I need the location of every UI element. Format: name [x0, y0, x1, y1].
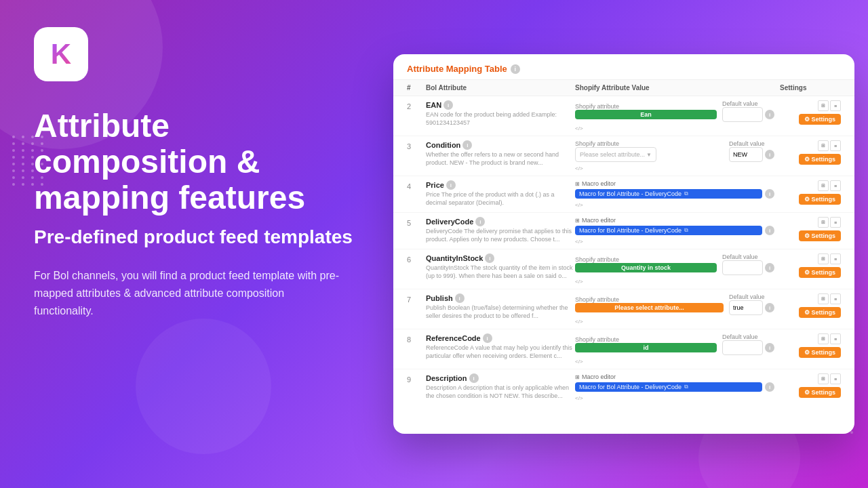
col-shopify: Shopify Attribute Value: [575, 84, 780, 92]
macro-field[interactable]: Macro for Bol Attribute - DeliveryCode ⧉: [575, 189, 762, 199]
attr-desc: Price The price of the product with a do…: [426, 191, 575, 207]
settings-button[interactable]: ⚙ Settings: [799, 307, 841, 318]
shopify-value-tag: Ean: [575, 110, 717, 119]
macro-info-icon[interactable]: i: [765, 189, 774, 199]
attr-info-icon[interactable]: i: [443, 100, 453, 110]
attr-name: QuantityInStock i: [426, 253, 575, 263]
shopify-cell: Shopify attribute Quantity in stock Defa…: [575, 253, 780, 285]
macro-info-icon[interactable]: i: [765, 382, 774, 392]
grid-icon[interactable]: ⊞: [818, 373, 829, 384]
attr-name: EAN i: [426, 100, 575, 110]
macro-info-icon[interactable]: i: [765, 226, 774, 235]
attr-cell: Condition i Whether the offer refers to …: [426, 140, 575, 167]
list-icon[interactable]: ≡: [830, 217, 841, 228]
attr-info-icon[interactable]: i: [485, 253, 494, 263]
table-row: 2 EAN i EAN code for the product being a…: [393, 96, 854, 136]
default-info-icon[interactable]: i: [765, 303, 774, 312]
default-value-input[interactable]: [722, 107, 763, 122]
attr-name: Description i: [426, 373, 575, 383]
settings-col: ⊞ ≡ ⚙ Settings: [780, 333, 841, 358]
list-icon[interactable]: ≡: [830, 100, 841, 111]
default-value-input[interactable]: [722, 340, 763, 355]
list-icon[interactable]: ≡: [830, 180, 841, 191]
shopify-value-tag: Please select attribute...: [575, 303, 724, 312]
list-icon[interactable]: ≡: [830, 140, 841, 151]
card-header: Attribute Mapping Table i: [393, 54, 854, 80]
row-num: 8: [407, 333, 426, 344]
table-row: 9 Description i Description A descriptio…: [393, 369, 854, 406]
default-info-icon[interactable]: i: [765, 150, 774, 159]
attr-cell: DeliveryCode i DeliveryCode The delivery…: [426, 217, 575, 243]
shopify-value-tag: id: [575, 343, 717, 352]
settings-col: ⊞ ≡ ⚙ Settings: [780, 180, 841, 205]
settings-button[interactable]: ⚙ Settings: [799, 387, 841, 398]
row-num: 4: [407, 180, 426, 190]
settings-button[interactable]: ⚙ Settings: [799, 347, 841, 358]
settings-button[interactable]: ⚙ Settings: [799, 154, 841, 165]
grid-icon[interactable]: ⊞: [818, 333, 829, 344]
list-icon[interactable]: ≡: [830, 293, 841, 304]
attr-info-icon[interactable]: i: [475, 217, 485, 226]
macro-field[interactable]: Macro for Bol Attribute - DeliveryCode ⧉: [575, 226, 762, 235]
settings-col: ⊞ ≡ ⚙ Settings: [780, 293, 841, 318]
shopify-cell: ⊞ Macro editor Macro for Bol Attribute -…: [575, 180, 780, 208]
shopify-cell: Shopify attribute Ean Default value i </…: [575, 100, 780, 131]
shopify-attribute-select[interactable]: Please select attribute... ▼: [575, 147, 656, 162]
settings-button[interactable]: ⚙ Settings: [799, 114, 841, 125]
settings-col: ⊞ ≡ ⚙ Settings: [780, 100, 841, 125]
attr-desc: Publish Boolean (true/false) determining…: [426, 304, 575, 320]
grid-icon[interactable]: ⊞: [818, 293, 829, 304]
col-hash: #: [407, 84, 426, 92]
main-heading: Attribute composition & mapping features: [34, 108, 353, 216]
default-info-icon[interactable]: i: [765, 110, 774, 119]
shopify-cell: ⊞ Macro editor Macro for Bol Attribute -…: [575, 373, 780, 401]
attr-info-icon[interactable]: i: [462, 140, 472, 150]
table-row: 3 Condition i Whether the offer refers t…: [393, 136, 854, 176]
grid-icon[interactable]: ⊞: [818, 253, 829, 264]
settings-button[interactable]: ⚙ Settings: [799, 230, 841, 241]
grid-icon[interactable]: ⊞: [818, 100, 829, 111]
attr-cell: EAN i EAN code for the product being add…: [426, 100, 575, 127]
settings-button[interactable]: ⚙ Settings: [799, 267, 841, 278]
macro-label: ⊞ Macro editor: [575, 373, 774, 380]
attr-info-icon[interactable]: i: [455, 293, 465, 303]
default-info-icon[interactable]: i: [765, 263, 774, 272]
default-info-icon[interactable]: i: [765, 343, 774, 352]
list-icon[interactable]: ≡: [830, 373, 841, 384]
attr-info-icon[interactable]: i: [483, 333, 492, 343]
default-value-input[interactable]: [722, 260, 763, 275]
attr-name: ReferenceCode i: [426, 333, 575, 343]
attr-desc: ReferenceCode A value that may help you …: [426, 344, 575, 360]
table-row: 7 Publish i Publish Boolean (true/false)…: [393, 289, 854, 329]
default-value-input[interactable]: [729, 147, 763, 162]
attr-cell: Price i Price The price of the product w…: [426, 180, 575, 207]
macro-field[interactable]: Macro for Bol Attribute - DeliveryCode ⧉: [575, 382, 762, 392]
attr-info-icon[interactable]: i: [469, 373, 479, 383]
title-info-icon[interactable]: i: [511, 64, 520, 74]
default-value-input[interactable]: [729, 300, 763, 315]
row-num: 2: [407, 100, 426, 110]
sub-heading: Pre-defined product feed templates: [34, 226, 353, 248]
table-row: 4 Price i Price The price of the product…: [393, 176, 854, 213]
left-panel: K Attribute composition & mapping featur…: [0, 0, 387, 488]
grid-icon[interactable]: ⊞: [818, 217, 829, 228]
attr-info-icon[interactable]: i: [446, 180, 456, 190]
settings-col: ⊞ ≡ ⚙ Settings: [780, 373, 841, 398]
grid-icon[interactable]: ⊞: [818, 180, 829, 191]
settings-button[interactable]: ⚙ Settings: [799, 194, 841, 205]
attr-desc: Description A description that is only a…: [426, 384, 575, 400]
col-settings: Settings: [780, 84, 841, 92]
row-num: 3: [407, 140, 426, 150]
shopify-cell: Shopify attribute Please select attribut…: [575, 140, 780, 171]
list-icon[interactable]: ≡: [830, 253, 841, 264]
attr-desc: Whether the offer refers to a new or sec…: [426, 151, 575, 167]
table-body: 2 EAN i EAN code for the product being a…: [393, 96, 854, 434]
attribute-mapping-card: Attribute Mapping Table i # Bol Attribut…: [393, 54, 854, 434]
attr-name: Publish i: [426, 293, 575, 303]
macro-label: ⊞ Macro editor: [575, 217, 774, 224]
attr-desc: EAN code for the product being added Exa…: [426, 111, 575, 127]
attr-desc: QuantityInStock The stock quantity of th…: [426, 264, 575, 280]
shopify-cell: ⊞ Macro editor Macro for Bol Attribute -…: [575, 217, 780, 245]
grid-icon[interactable]: ⊞: [818, 140, 829, 151]
list-icon[interactable]: ≡: [830, 333, 841, 344]
